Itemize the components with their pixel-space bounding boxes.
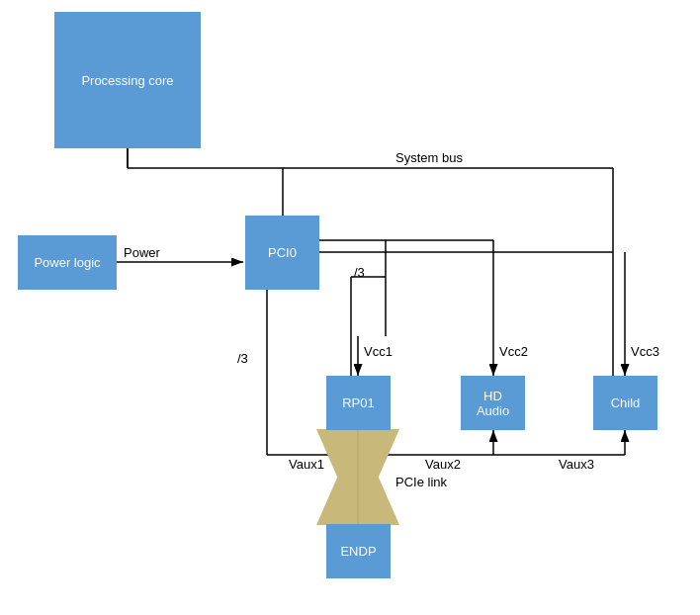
pci0-block: PCI0 — [245, 216, 319, 290]
hd-audio-block: HD Audio — [461, 376, 525, 430]
vaux1-label: Vaux1 — [289, 457, 324, 472]
pci0-label: PCI0 — [268, 245, 297, 260]
power-logic-label: Power logic — [34, 255, 100, 270]
vcc1-label: Vcc1 — [364, 344, 393, 359]
system-bus-label: System bus — [395, 150, 463, 165]
vcc2-label: Vcc2 — [499, 344, 528, 359]
pcie-link-label: PCIe link — [395, 475, 447, 489]
rp01-label: RP01 — [342, 395, 375, 410]
slash3-top-label: /3 — [354, 265, 365, 280]
vaux2-label: Vaux2 — [425, 457, 461, 472]
child-block: Child — [593, 376, 657, 430]
diagram: Processing core Power logic PCI0 RP01 HD… — [0, 0, 700, 615]
rp01-block: RP01 — [326, 376, 391, 430]
processing-core-label: Processing core — [81, 73, 173, 88]
power-label: Power — [124, 245, 160, 260]
endp-block: ENDP — [326, 524, 391, 578]
hd-audio-label: HD Audio — [477, 389, 509, 418]
processing-core-block: Processing core — [54, 12, 201, 148]
child-label: Child — [611, 395, 641, 410]
vaux3-label: Vaux3 — [559, 457, 594, 472]
power-logic-block: Power logic — [18, 235, 117, 290]
vcc3-label: Vcc3 — [631, 344, 659, 359]
slash3-left-label: /3 — [237, 351, 248, 366]
endp-label: ENDP — [340, 544, 376, 559]
